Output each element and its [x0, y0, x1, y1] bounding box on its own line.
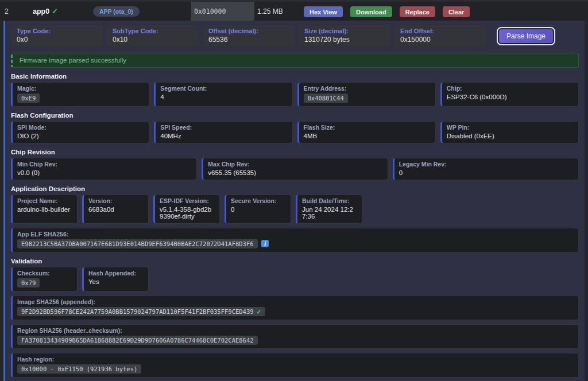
field-spi-speed: SPI Speed: 40MHz [154, 121, 292, 143]
field-flash-size: Flash Size: 4MB [297, 121, 436, 143]
validation-cards: Checksum: 0x79 Hash Appended: Yes [11, 267, 579, 291]
valid-check-icon: ✓ [52, 7, 57, 15]
stat-offset-decimal: Offset (decimal): 65536 [203, 25, 295, 47]
stat-subtype-code: SubType Code: 0x10 [107, 25, 199, 47]
field-checksum: Checksum: 0x79 [11, 267, 78, 291]
field-magic: Magic: 0xE9 [11, 82, 149, 107]
field-hash-region: Hash region: 0x10000 - 0xF1150 (921936 b… [11, 353, 579, 378]
field-legacy-min-rev: Legacy Min Rev: 0 [393, 158, 579, 180]
partition-actions: Hex View Download Replace Clear [304, 6, 470, 17]
field-build-date-time: Build Date/Time: Jun 24 2024 12:27:36 [296, 195, 362, 224]
summary-stats-row: Type Code: 0x0 SubType Code: 0x10 Offset… [11, 25, 579, 47]
field-wp-pin: WP Pin: Disabled (0xEE) [440, 121, 579, 143]
partition-table-row: 2 app0✓ APP (ota_0) 1.25 MB Hex View Dow… [0, 0, 588, 21]
partition-name: app0✓ [33, 7, 58, 15]
image-sha256-value: 9F2D92BD596F78CE242A7759A0BB1579024797AD… [17, 307, 265, 316]
partition-type-badge: APP (ota_0) [93, 6, 140, 17]
field-project-name: Project Name: arduino-lib-builder [11, 195, 78, 224]
checksum-value: 0x79 [17, 278, 40, 287]
section-title-chip-revision: Chip Revision [11, 149, 579, 155]
basic-information-cards: Magic: 0xE9 Segment Count: 4 Entry Addre… [11, 82, 579, 107]
field-image-sha256: Image SHA256 (appended): 9F2D92BD596F78C… [11, 296, 579, 320]
stat-end-offset: End Offset: 0x150000 [394, 25, 486, 47]
field-chip: Chip: ESP32-C6 (0x000D) [440, 82, 579, 107]
region-sha256-value: FA370813434909B65DA61868882E69D29D9D7606… [17, 336, 258, 345]
field-app-elf-sha256: App ELF SHA256: E982213C5BA37DBA007167E6… [11, 228, 579, 252]
success-alert: Firmware image parsed successfully [11, 53, 579, 68]
hex-view-button[interactable]: Hex View [304, 6, 343, 17]
field-hash-appended: Hash Appended: Yes [82, 267, 149, 291]
chip-revision-cards: Min Chip Rev: v0.0 (0) Max Chip Rev: v65… [11, 158, 579, 180]
application-description-cards: Project Name: arduino-lib-builder Versio… [11, 195, 579, 224]
stat-type-code: Type Code: 0x0 [11, 25, 103, 47]
partition-detail-panel: Type Code: 0x0 SubType Code: 0x10 Offset… [3, 21, 585, 381]
section-title-flash-configuration: Flash Configuration [11, 112, 579, 119]
stat-size-decimal: Size (decimal): 1310720 bytes [299, 25, 390, 47]
parse-image-button[interactable]: Parse Image [498, 29, 554, 44]
field-min-chip-rev: Min Chip Rev: v0.0 (0) [11, 158, 197, 180]
hash-region-value: 0x10000 - 0xF1150 (921936 bytes) [17, 364, 141, 374]
field-region-sha256: Region SHA256 (header..checksum): FA3708… [11, 324, 579, 349]
entry-address-value: 0x40801C44 [304, 94, 348, 103]
app-elf-sha256-value: E982213C5BA37DBA007167E681D93E014BD9EF63… [17, 239, 258, 248]
sha-match-check-icon: ✓ [257, 308, 262, 315]
field-segment-count: Segment Count: 4 [154, 82, 292, 107]
magic-value: 0xE9 [17, 94, 40, 103]
field-spi-mode: SPI Mode: DIO (2) [11, 121, 149, 143]
field-max-chip-rev: Max Chip Rev: v655.35 (65535) [202, 158, 388, 180]
replace-button[interactable]: Replace [400, 6, 435, 17]
field-esp-idf-version: ESP-IDF Version: v5.1.4-358-gbd2b9390ef-… [153, 195, 220, 224]
section-title-application-description: Application Description [11, 185, 579, 192]
section-title-basic-information: Basic Information [11, 73, 579, 80]
field-entry-address: Entry Address: 0x40801C44 [297, 82, 436, 107]
flash-configuration-cards: SPI Mode: DIO (2) SPI Speed: 40MHz Flash… [11, 121, 579, 143]
info-icon[interactable]: i [261, 240, 269, 247]
field-version: Version: 6683a0d [82, 195, 149, 224]
clear-button[interactable]: Clear [443, 6, 470, 17]
section-title-validation: Validation [11, 258, 579, 265]
download-button[interactable]: Download [350, 6, 392, 17]
partition-size: 1.25 MB [257, 7, 283, 15]
partition-offset-input[interactable] [194, 7, 252, 15]
partition-index: 2 [5, 7, 9, 15]
field-secure-version: Secure Version: 0 [225, 195, 291, 224]
